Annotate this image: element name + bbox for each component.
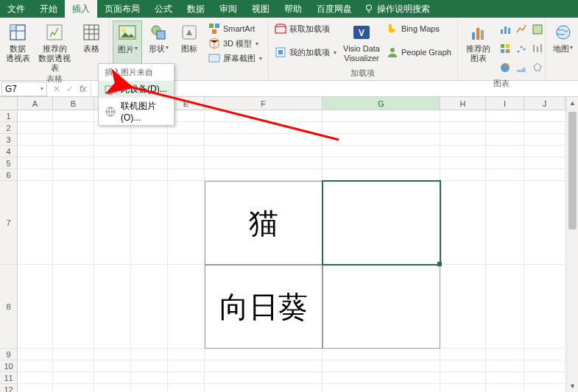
cell[interactable] [486,181,524,265]
name-box[interactable]: G7 ▾ [1,82,47,96]
cell[interactable] [94,372,131,384]
hier-chart-icon[interactable] [499,43,511,57]
menu-tab-data[interactable]: 数据 [180,0,212,18]
cell[interactable] [53,372,94,384]
row-header[interactable]: 3 [0,134,17,146]
recommended-charts-button[interactable]: 推荐的 图表 [461,21,496,63]
tell-me-search[interactable]: 操作说明搜索 [364,3,430,15]
cell[interactable] [18,384,53,392]
cell[interactable] [323,110,440,122]
selection-handle[interactable] [437,262,442,266]
cell[interactable] [205,384,323,392]
shapes-button[interactable]: 形状▾ [144,21,173,63]
cell[interactable] [18,360,53,372]
cell[interactable] [323,372,440,384]
menu-tab-file[interactable]: 文件 [0,0,32,18]
cell[interactable] [94,157,131,169]
cell[interactable] [486,134,524,146]
table-button[interactable]: 表格 [77,21,106,63]
cell[interactable] [131,349,168,360]
scroll-thumb[interactable] [568,112,577,229]
cell[interactable] [168,265,205,349]
cell[interactable] [524,265,565,349]
cell[interactable] [440,384,486,392]
cell[interactable] [131,384,168,392]
column-header[interactable]: I [486,97,524,110]
cell[interactable] [94,134,131,146]
cell[interactable] [440,265,486,349]
cell[interactable] [53,181,94,265]
cell[interactable] [323,169,440,181]
column-header[interactable]: B [53,97,94,110]
my-addins-button[interactable]: 我的加载项▾ [272,46,339,59]
cell[interactable] [440,349,486,360]
bing-maps-button[interactable]: Bing Maps [384,22,454,35]
cell[interactable] [53,384,94,392]
cell[interactable] [323,181,440,265]
cell[interactable] [205,110,323,122]
dropdown-item-online[interactable]: 联机图片(O)... [99,98,174,125]
cell[interactable] [323,157,440,169]
people-graph-button[interactable]: People Graph [384,46,454,59]
get-addins-button[interactable]: 获取加载项 [272,22,339,35]
cell[interactable] [94,169,131,181]
recommended-pivot-button[interactable]: 推荐的 数据透视表 [34,21,75,74]
cell[interactable] [53,110,94,122]
column-header[interactable]: A [18,97,53,110]
cell[interactable] [168,146,205,157]
screenshot-button[interactable]: 屏幕截图▾ [205,51,265,65]
row-header[interactable]: 6 [0,169,17,181]
row-header[interactable]: 9 [0,349,17,360]
cell[interactable] [486,349,524,360]
row-header[interactable]: 12 [0,384,17,392]
cell[interactable] [323,349,440,360]
cell[interactable] [53,349,94,360]
cell[interactable] [323,265,440,349]
cell[interactable] [53,122,94,134]
cell[interactable] [168,372,205,384]
cell[interactable] [18,122,53,134]
cell[interactable] [18,169,53,181]
cell[interactable] [168,157,205,169]
radar-chart-icon[interactable] [532,62,543,76]
row-header[interactable]: 11 [0,372,17,384]
select-all-corner[interactable] [0,97,18,110]
cell[interactable] [53,169,94,181]
scatter-chart-icon[interactable] [515,43,527,57]
cell[interactable] [131,146,168,157]
cell[interactable] [94,349,131,360]
menu-tab-formulas[interactable]: 公式 [147,0,180,18]
column-header[interactable]: J [524,97,565,110]
cell[interactable] [53,265,94,349]
cell[interactable]: 猫 [205,181,323,265]
cell[interactable] [486,110,524,122]
cell[interactable] [53,146,94,157]
cell[interactable] [18,134,53,146]
menu-tab-pagelayout[interactable]: 页面布局 [97,0,147,18]
cell[interactable] [131,360,168,372]
cell[interactable] [168,349,205,360]
cell[interactable] [524,181,565,265]
cell[interactable] [486,384,524,392]
cell[interactable] [486,146,524,157]
row-header[interactable]: 2 [0,122,17,134]
3d-model-button[interactable]: 3D 模型▾ [205,37,265,50]
cell[interactable] [168,181,205,265]
stock-chart-icon[interactable] [532,43,543,57]
cell[interactable] [323,146,440,157]
smartart-button[interactable]: SmartArt [205,22,265,35]
cell[interactable] [131,372,168,384]
cell[interactable] [205,146,323,157]
cell[interactable] [524,360,565,372]
cell[interactable] [18,110,53,122]
menu-tab-insert[interactable]: 插入 [65,0,97,18]
cell[interactable] [131,181,168,265]
row-header[interactable]: 5 [0,157,17,169]
cell[interactable] [205,372,323,384]
cell[interactable] [524,349,565,360]
vertical-scrollbar[interactable]: ▲ ▼ [566,97,578,392]
line-chart-icon[interactable] [515,24,527,38]
cell[interactable] [131,265,168,349]
formula-enter-button[interactable]: ✓ [66,84,74,94]
cell[interactable] [323,134,440,146]
